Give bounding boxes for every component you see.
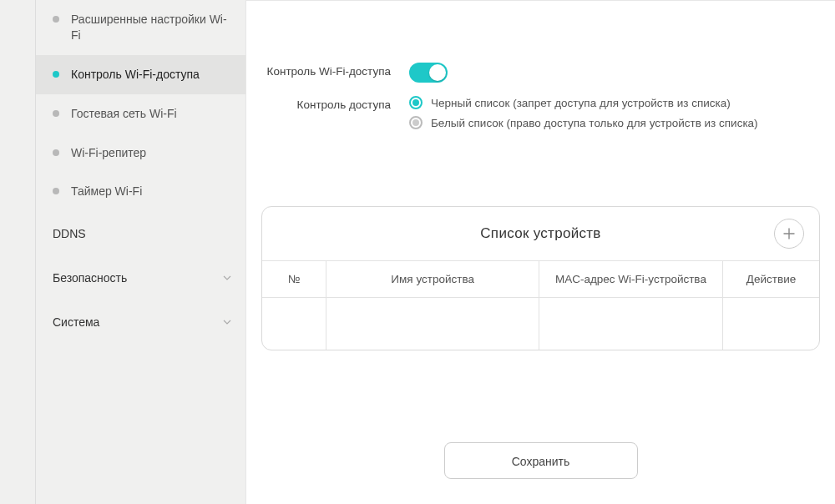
radio-label: Белый список (право доступа только для у… (431, 117, 758, 129)
toggle-label: Контроль Wi-Fi-доступа (246, 63, 409, 78)
radio-label: Черный список (запрет доступа для устрой… (431, 97, 731, 109)
sidebar-section-label: DDNS (53, 227, 86, 240)
table-row (262, 298, 819, 350)
panel-title: Список устройств (480, 225, 600, 242)
add-device-button[interactable] (774, 219, 804, 249)
chevron-down-icon (222, 273, 232, 283)
sidebar-section-ddns[interactable]: DDNS (36, 211, 245, 255)
sidebar-section-system[interactable]: Система (36, 300, 245, 344)
save-button[interactable]: Сохранить (444, 442, 638, 479)
main-content: Контроль Wi-Fi-доступа Контроль доступа … (245, 0, 835, 504)
bullet-icon (53, 16, 59, 23)
sidebar: Расширенные настройки Wi-Fi Контроль Wi-… (35, 0, 245, 504)
col-header-action: Действие (723, 261, 819, 298)
settings-form: Контроль Wi-Fi-доступа Контроль доступа … (246, 1, 835, 136)
device-list-panel: Список устройств № Имя устройства MAC-ад… (261, 206, 820, 350)
radio-icon (409, 96, 423, 109)
cell-action (723, 298, 819, 350)
chevron-down-icon (222, 317, 232, 327)
sidebar-section-security[interactable]: Безопасность (36, 255, 245, 300)
sidebar-section-label: Безопасность (53, 271, 127, 285)
radio-option-whitelist[interactable]: Белый список (право доступа только для у… (409, 116, 802, 129)
sidebar-item-wifi-timer[interactable]: Таймер Wi-Fi (36, 172, 245, 211)
cell-mac (539, 298, 722, 350)
radio-icon (409, 116, 423, 129)
sidebar-item-guest-wifi[interactable]: Гостевая сеть Wi-Fi (36, 94, 245, 134)
col-header-number: № (262, 261, 326, 298)
sidebar-item-label: Контроль Wi-Fi-доступа (71, 67, 200, 83)
sidebar-item-label: Гостевая сеть Wi-Fi (71, 106, 177, 122)
device-table: № Имя устройства MAC-адрес Wi-Fi-устройс… (262, 261, 819, 350)
col-header-mac: MAC-адрес Wi-Fi-устройства (539, 261, 722, 298)
table-header-row: № Имя устройства MAC-адрес Wi-Fi-устройс… (262, 261, 819, 298)
bullet-icon (53, 188, 59, 194)
sidebar-item-advanced-wifi[interactable]: Расширенные настройки Wi-Fi (36, 0, 245, 55)
row-access-mode: Контроль доступа Черный список (запрет д… (246, 96, 802, 136)
bullet-icon (53, 71, 59, 78)
sidebar-section-label: Система (53, 315, 99, 329)
radio-option-blacklist[interactable]: Черный список (запрет доступа для устрой… (409, 96, 802, 109)
mode-label: Контроль доступа (246, 96, 409, 111)
panel-header: Список устройств (262, 207, 819, 261)
plus-icon (782, 227, 796, 240)
sidebar-item-label: Расширенные настройки Wi-Fi (71, 12, 232, 43)
wifi-access-toggle[interactable] (409, 63, 448, 83)
col-header-device-name: Имя устройства (326, 261, 539, 298)
bullet-icon (53, 110, 59, 117)
row-access-toggle: Контроль Wi-Fi-доступа (246, 63, 802, 83)
sidebar-item-label: Wi-Fi-репитер (71, 145, 146, 161)
sidebar-item-wifi-access-control[interactable]: Контроль Wi-Fi-доступа (36, 55, 245, 94)
sidebar-item-label: Таймер Wi-Fi (71, 184, 142, 199)
bullet-icon (53, 149, 59, 156)
cell-number (262, 298, 326, 350)
cell-device-name (326, 298, 539, 350)
sidebar-item-wifi-repeater[interactable]: Wi-Fi-репитер (36, 134, 245, 173)
toggle-knob (429, 64, 446, 81)
